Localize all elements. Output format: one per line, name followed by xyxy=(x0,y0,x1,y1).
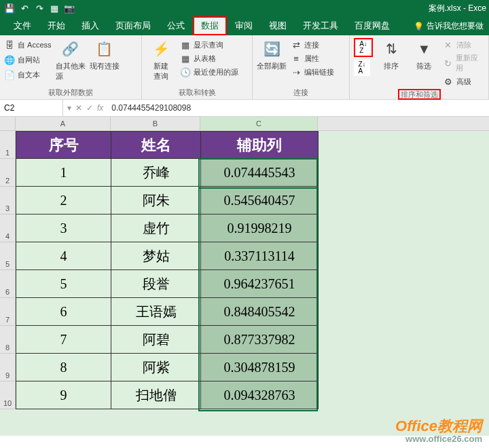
sort-button[interactable]: ⇅排序 xyxy=(377,38,405,71)
cell[interactable]: 4 xyxy=(16,242,111,270)
cell[interactable]: 扫地僧 xyxy=(111,381,201,409)
clear-filter-button[interactable]: ✕清除 xyxy=(443,38,484,52)
cell[interactable]: 6 xyxy=(16,298,111,326)
cell[interactable]: 1 xyxy=(16,159,111,187)
row-header-1[interactable]: 1 xyxy=(0,131,16,159)
group-label-transform: 获取和转换 xyxy=(146,86,248,98)
col-header-a[interactable]: A xyxy=(16,117,111,130)
new-query-button[interactable]: ⚡新建 查询 xyxy=(146,38,176,81)
edit-links-button[interactable]: ⇢编辑链接 xyxy=(291,65,334,79)
cell[interactable]: 0.91998219 xyxy=(201,214,319,242)
tab-data[interactable]: 数据 xyxy=(193,16,227,35)
header-name[interactable]: 姓名 xyxy=(111,131,201,159)
tab-dev[interactable]: 开发工具 xyxy=(295,16,346,35)
row-header[interactable]: 2 xyxy=(0,159,16,187)
cell[interactable]: 阿朱 xyxy=(111,187,201,214)
existing-conn-label: 现有连接 xyxy=(90,61,120,71)
properties-button[interactable]: ≡属性 xyxy=(291,52,334,65)
show-queries-button[interactable]: ▦显示查询 xyxy=(180,38,238,52)
tab-layout[interactable]: 页面布局 xyxy=(107,16,159,35)
dropdown-icon[interactable]: ▾ xyxy=(67,103,71,113)
refresh-all-button[interactable]: 🔄全部刷新 xyxy=(257,38,287,71)
from-table-button[interactable]: ▦从表格 xyxy=(180,52,238,65)
formula-value[interactable]: 0.0744455429108098 xyxy=(107,103,195,113)
cell[interactable]: 阿紫 xyxy=(111,354,201,381)
row-header[interactable]: 6 xyxy=(0,270,16,298)
from-access-button[interactable]: 🗄自 Access xyxy=(4,38,52,52)
existing-conn-button[interactable]: 📋现有连接 xyxy=(90,38,120,71)
table-row: 2 1 乔峰 0.074445543 xyxy=(0,159,489,187)
select-all-corner[interactable] xyxy=(0,117,16,130)
col-header-c[interactable]: C xyxy=(200,117,318,130)
clear-label: 清除 xyxy=(456,40,471,50)
cell[interactable]: 0.877337982 xyxy=(201,326,319,354)
cell[interactable]: 0.964237651 xyxy=(201,270,319,298)
enter-icon[interactable]: ✓ xyxy=(86,103,93,113)
from-web-button[interactable]: 🌐自网站 xyxy=(4,53,52,67)
cell[interactable]: 0.094328763 xyxy=(201,381,319,409)
cell[interactable]: 梦姑 xyxy=(111,242,201,270)
from-other-button[interactable]: 🔗自其他来源 xyxy=(56,38,86,81)
new-query-label: 新建 查询 xyxy=(153,61,168,81)
redo-button[interactable]: ↷ xyxy=(33,1,46,15)
cell[interactable]: 0.545640457 xyxy=(201,187,319,214)
row-header[interactable]: 7 xyxy=(0,298,16,326)
col-header-b[interactable]: B xyxy=(111,117,200,130)
tab-file[interactable]: 文件 xyxy=(5,16,39,35)
tab-insert[interactable]: 插入 xyxy=(73,16,107,35)
row-header[interactable]: 8 xyxy=(0,326,16,354)
cell[interactable]: 8 xyxy=(16,354,111,381)
cell[interactable]: 0.337113114 xyxy=(201,242,319,270)
connections-button[interactable]: ⇄连接 xyxy=(291,38,334,52)
worksheet[interactable]: A B C 1 序号 姓名 辅助列 2 1 乔峰 0.074445543 3 2… xyxy=(0,117,489,436)
row-header[interactable]: 3 xyxy=(0,187,16,214)
cell[interactable]: 3 xyxy=(16,214,111,242)
new-button[interactable]: ▦ xyxy=(48,1,61,15)
properties-icon: ≡ xyxy=(291,53,302,64)
table-row: 4 3 虚竹 0.91998219 xyxy=(0,214,489,242)
cell[interactable]: 阿碧 xyxy=(111,326,201,354)
cell[interactable]: 虚竹 xyxy=(111,214,201,242)
tab-home[interactable]: 开始 xyxy=(39,16,73,35)
sort-za-button[interactable]: Z↓A xyxy=(354,60,370,76)
group-label-connections: 连接 xyxy=(257,86,345,98)
tab-review[interactable]: 审阅 xyxy=(227,16,261,35)
tab-view[interactable]: 视图 xyxy=(261,16,295,35)
cell[interactable]: 5 xyxy=(16,270,111,298)
sort-az-button[interactable]: A↓Z xyxy=(354,38,373,57)
cell[interactable]: 段誉 xyxy=(111,270,201,298)
row-header[interactable]: 4 xyxy=(0,214,16,242)
ribbon-tabs: 文件 开始 插入 页面布局 公式 数据 审阅 视图 开发工具 百度网盘 💡告诉我… xyxy=(0,16,489,35)
row-header[interactable]: 5 xyxy=(0,242,16,270)
cell[interactable]: 0.848405542 xyxy=(201,298,319,326)
camera-button[interactable]: 📷 xyxy=(62,1,76,15)
save-button[interactable]: 💾 xyxy=(3,1,16,15)
reapply-button[interactable]: ↻重新应用 xyxy=(443,52,484,75)
edit-links-icon: ⇢ xyxy=(291,67,302,77)
name-box[interactable]: C2 xyxy=(0,100,63,116)
advanced-filter-button[interactable]: ⚙高级 xyxy=(443,75,484,88)
recent-sources-button[interactable]: 🕓最近使用的源 xyxy=(180,65,238,79)
cell[interactable]: 2 xyxy=(16,187,111,214)
tab-baidu[interactable]: 百度网盘 xyxy=(346,16,398,35)
undo-button[interactable]: ↶ xyxy=(18,1,31,15)
tell-me[interactable]: 💡告诉我您想要做 xyxy=(408,17,489,35)
cell[interactable]: 9 xyxy=(16,381,111,409)
cell[interactable]: 7 xyxy=(16,326,111,354)
cancel-icon[interactable]: ✕ xyxy=(75,103,82,113)
filter-button[interactable]: ▼筛选 xyxy=(410,38,438,71)
cell[interactable]: 乔峰 xyxy=(111,159,201,187)
tab-formulas[interactable]: 公式 xyxy=(159,16,193,35)
from-text-button[interactable]: 📄自文本 xyxy=(4,68,52,81)
text-icon: 📄 xyxy=(4,69,15,80)
fx-icon[interactable]: fx xyxy=(97,103,103,113)
cell[interactable]: 0.304878159 xyxy=(201,354,319,381)
cell[interactable]: 0.074445543 xyxy=(201,159,319,187)
row-header[interactable]: 10 xyxy=(0,381,16,409)
header-aux[interactable]: 辅助列 xyxy=(201,131,319,159)
ribbon: 🗄自 Access 🌐自网站 📄自文本 🔗自其他来源 📋现有连接 获取外部数据 … xyxy=(0,35,489,100)
header-seq[interactable]: 序号 xyxy=(16,131,111,159)
row-header[interactable]: 9 xyxy=(0,354,16,381)
access-icon: 🗄 xyxy=(4,39,15,50)
cell[interactable]: 王语嫣 xyxy=(111,298,201,326)
